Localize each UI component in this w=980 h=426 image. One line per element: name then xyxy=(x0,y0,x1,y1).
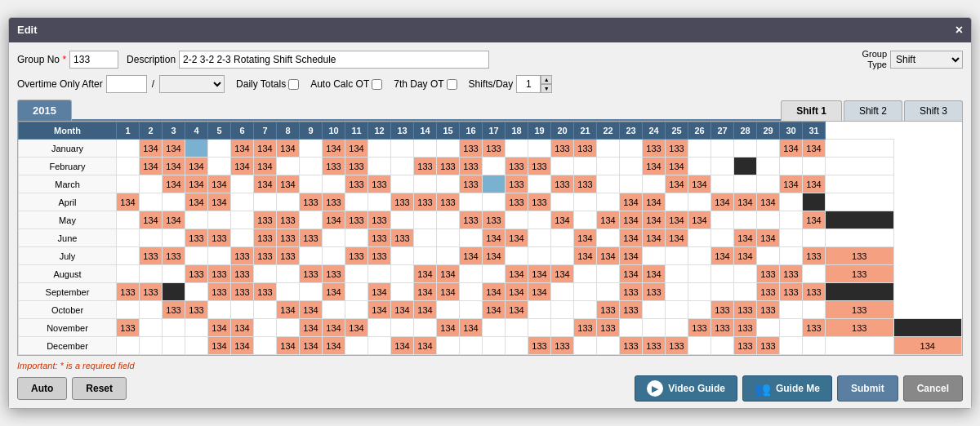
calendar-cell[interactable]: 133 xyxy=(506,158,528,175)
calendar-cell[interactable] xyxy=(277,265,300,283)
calendar-cell[interactable] xyxy=(140,229,163,247)
calendar-cell[interactable] xyxy=(163,229,185,247)
calendar-cell[interactable] xyxy=(414,319,437,337)
shift-tab-1[interactable]: Shift 1 xyxy=(781,100,842,121)
calendar-cell[interactable] xyxy=(711,229,734,247)
calendar-cell[interactable]: 134 xyxy=(140,158,163,175)
calendar-cell[interactable] xyxy=(734,175,757,193)
calendar-cell[interactable]: 133 xyxy=(231,283,254,301)
calendar-cell[interactable]: 134 xyxy=(780,140,803,158)
calendar-cell[interactable] xyxy=(780,247,803,265)
calendar-cell[interactable]: 134 xyxy=(643,229,666,247)
calendar-cell[interactable] xyxy=(231,229,254,247)
submit-button[interactable]: Submit xyxy=(837,375,898,402)
calendar-cell[interactable]: 133 xyxy=(117,319,140,337)
calendar-cell[interactable]: 134 xyxy=(323,319,345,337)
calendar-cell[interactable] xyxy=(826,140,894,158)
calendar-cell[interactable]: 133 xyxy=(757,283,780,301)
calendar-cell[interactable]: 134 xyxy=(414,301,437,319)
calendar-cell[interactable] xyxy=(666,301,688,319)
shifts-day-input[interactable] xyxy=(516,75,541,93)
calendar-cell[interactable]: 133 xyxy=(826,265,894,283)
calendar-cell[interactable] xyxy=(231,301,254,319)
calendar-cell[interactable] xyxy=(893,319,962,337)
calendar-cell[interactable] xyxy=(185,283,208,301)
calendar-cell[interactable]: 133 xyxy=(826,319,894,337)
calendar-cell[interactable]: 133 xyxy=(323,193,345,211)
calendar-cell[interactable]: 133 xyxy=(643,283,666,301)
calendar-cell[interactable]: 134 xyxy=(277,301,300,319)
calendar-cell[interactable] xyxy=(666,283,688,301)
calendar-cell[interactable]: 134 xyxy=(574,229,597,247)
calendar-cell[interactable] xyxy=(185,247,208,265)
calendar-cell[interactable]: 134 xyxy=(711,247,734,265)
group-no-input[interactable] xyxy=(69,51,118,69)
calendar-cell[interactable] xyxy=(528,319,551,337)
calendar-cell[interactable]: 134 xyxy=(803,140,826,158)
calendar-cell[interactable]: 133 xyxy=(506,175,528,193)
calendar-cell[interactable]: 134 xyxy=(666,158,688,175)
calendar-cell[interactable] xyxy=(528,247,551,265)
calendar-cell[interactable]: 133 xyxy=(666,337,688,355)
calendar-cell[interactable]: 133 xyxy=(803,283,826,301)
calendar-cell[interactable] xyxy=(460,229,483,247)
calendar-cell[interactable] xyxy=(757,140,780,158)
calendar-cell[interactable]: 134 xyxy=(620,265,643,283)
calendar-cell[interactable] xyxy=(391,140,414,158)
calendar-cell[interactable] xyxy=(780,211,803,229)
calendar-cell[interactable] xyxy=(117,229,140,247)
calendar-cell[interactable] xyxy=(757,211,780,229)
calendar-cell[interactable]: 133 xyxy=(323,158,345,175)
calendar-cell[interactable]: 133 xyxy=(643,140,666,158)
calendar-cell[interactable]: 133 xyxy=(483,140,506,158)
calendar-cell[interactable]: 134 xyxy=(757,229,780,247)
calendar-cell[interactable] xyxy=(506,211,528,229)
calendar-cell[interactable]: 133 xyxy=(460,140,483,158)
calendar-cell[interactable]: 134 xyxy=(254,158,277,175)
calendar-cell[interactable] xyxy=(345,301,368,319)
calendar-cell[interactable]: 133 xyxy=(506,193,528,211)
calendar-cell[interactable] xyxy=(551,319,574,337)
calendar-cell[interactable]: 134 xyxy=(666,229,688,247)
calendar-cell[interactable]: 133 xyxy=(345,158,368,175)
calendar-cell[interactable]: 134 xyxy=(528,265,551,283)
calendar-cell[interactable]: 133 xyxy=(368,175,391,193)
calendar-cell[interactable]: 133 xyxy=(208,265,231,283)
calendar-cell[interactable] xyxy=(803,158,826,175)
calendar-cell[interactable]: 133 xyxy=(597,319,620,337)
calendar-cell[interactable] xyxy=(688,229,711,247)
group-type-select[interactable]: Shift Department Other xyxy=(890,51,963,69)
calendar-cell[interactable]: 134 xyxy=(506,265,528,283)
calendar-cell[interactable]: 134 xyxy=(185,175,208,193)
calendar-cell[interactable]: 133 xyxy=(826,301,894,319)
calendar-cell[interactable] xyxy=(506,140,528,158)
calendar-cell[interactable] xyxy=(391,211,414,229)
calendar-cell[interactable] xyxy=(826,193,894,211)
calendar-cell[interactable]: 134 xyxy=(391,301,414,319)
calendar-cell[interactable] xyxy=(391,247,414,265)
calendar-cell[interactable] xyxy=(734,265,757,283)
close-button[interactable]: × xyxy=(956,23,963,38)
calendar-cell[interactable] xyxy=(803,265,826,283)
calendar-cell[interactable]: 133 xyxy=(414,193,437,211)
calendar-cell[interactable] xyxy=(620,175,643,193)
calendar-cell[interactable]: 133 xyxy=(574,175,597,193)
calendar-cell[interactable] xyxy=(368,158,391,175)
calendar-cell[interactable]: 134 xyxy=(551,265,574,283)
calendar-cell[interactable] xyxy=(711,211,734,229)
calendar-cell[interactable] xyxy=(734,211,757,229)
calendar-cell[interactable]: 133 xyxy=(345,175,368,193)
calendar-cell[interactable] xyxy=(117,211,140,229)
calendar-cell[interactable]: 133 xyxy=(368,211,391,229)
calendar-cell[interactable] xyxy=(574,193,597,211)
calendar-cell[interactable]: 133 xyxy=(277,211,300,229)
calendar-cell[interactable] xyxy=(185,140,208,158)
calendar-cell[interactable] xyxy=(300,175,323,193)
calendar-cell[interactable] xyxy=(574,265,597,283)
calendar-cell[interactable] xyxy=(117,337,140,355)
calendar-cell[interactable] xyxy=(551,283,574,301)
calendar-cell[interactable]: 134 xyxy=(300,301,323,319)
calendar-cell[interactable]: 134 xyxy=(208,319,231,337)
calendar-cell[interactable] xyxy=(323,175,345,193)
calendar-cell[interactable] xyxy=(506,319,528,337)
